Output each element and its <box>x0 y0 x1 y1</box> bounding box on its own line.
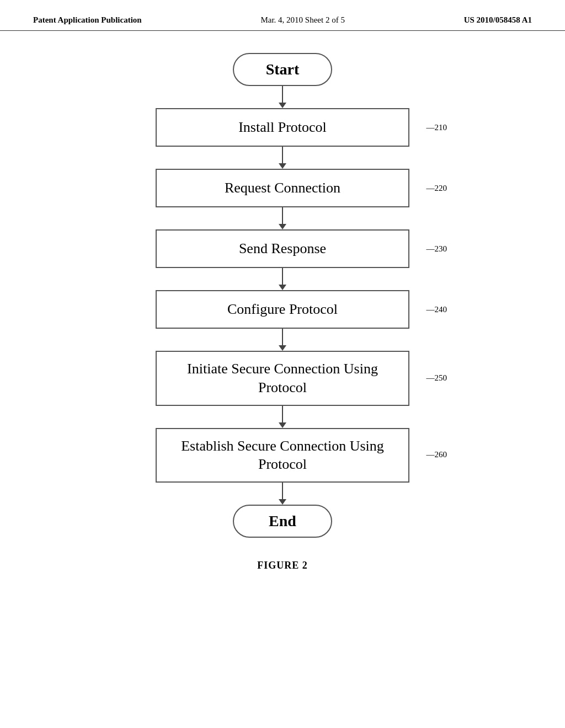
arrow-5 <box>279 329 286 351</box>
step-240-label: Configure Protocol <box>227 301 338 317</box>
main-content: Start Install Protocol —210 Request Conn… <box>0 31 565 588</box>
arrow-4 <box>279 268 286 290</box>
arrow-head <box>279 163 286 169</box>
ref-220: —220 <box>427 184 447 193</box>
arrow-head <box>279 224 286 229</box>
arrow-line <box>282 86 283 103</box>
step-220-box: Request Connection —220 <box>156 169 409 207</box>
arrow-2 <box>279 147 286 169</box>
ref-260: —260 <box>427 450 447 461</box>
step-250-box: Initiate Secure Connection Using Protoco… <box>156 351 409 406</box>
arrow-line <box>282 483 283 499</box>
start-oval: Start <box>233 53 332 86</box>
step-210-box: Install Protocol —210 <box>156 108 409 147</box>
arrow-3 <box>279 207 286 229</box>
step-210-label: Install Protocol <box>238 119 327 135</box>
step-230-label: Send Response <box>239 240 326 256</box>
arrow-line <box>282 268 283 285</box>
end-oval: End <box>233 505 332 538</box>
ref-240: —240 <box>427 305 447 314</box>
ref-250: —250 <box>427 373 447 384</box>
page-header: Patent Application Publication Mar. 4, 2… <box>0 0 565 31</box>
publication-label: Patent Application Publication <box>33 15 142 25</box>
arrow-line <box>282 329 283 345</box>
arrow-head <box>279 103 286 108</box>
step-240-box: Configure Protocol —240 <box>156 290 409 329</box>
arrow-head <box>279 499 286 505</box>
arrow-head <box>279 345 286 351</box>
figure-caption: FIGURE 2 <box>257 560 308 571</box>
patent-number-label: US 2010/058458 A1 <box>464 15 532 25</box>
arrow-line <box>282 147 283 163</box>
ref-230: —230 <box>427 244 447 254</box>
step-220-label: Request Connection <box>225 180 340 196</box>
step-260-label: Establish Secure Connection Using Protoc… <box>181 438 384 473</box>
arrow-1 <box>279 86 286 108</box>
arrow-7 <box>279 483 286 505</box>
date-sheet-label: Mar. 4, 2010 Sheet 2 of 5 <box>260 15 344 25</box>
arrow-line <box>282 207 283 224</box>
arrow-6 <box>279 406 286 428</box>
step-250-label: Initiate Secure Connection Using Protoco… <box>187 361 378 395</box>
ref-210: —210 <box>427 123 447 132</box>
flowchart: Start Install Protocol —210 Request Conn… <box>117 53 448 538</box>
arrow-head <box>279 285 286 290</box>
arrow-line <box>282 406 283 422</box>
arrow-head <box>279 422 286 428</box>
step-230-box: Send Response —230 <box>156 229 409 268</box>
step-260-box: Establish Secure Connection Using Protoc… <box>156 428 409 483</box>
